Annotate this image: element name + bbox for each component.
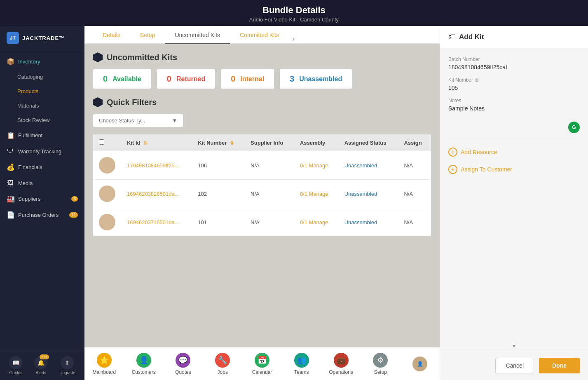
quick-filters-title-section: Quick Filters (93, 97, 431, 107)
table-row: 16946203826501da... 102 N/A 0/1 Manage U… (93, 180, 431, 208)
row3-kit-id: 16946203716501da... (121, 208, 192, 237)
tab-committed-kits[interactable]: Committed Kits (230, 26, 289, 44)
nav-jobs[interactable]: 🔧 Jobs (203, 353, 242, 375)
row1-supplier-info: N/A (245, 151, 294, 180)
notes-value: Sample Notes (448, 105, 580, 112)
row1-assembly: 0/1 Manage (294, 151, 339, 180)
nav-calendar-label: Calendar (252, 369, 272, 375)
nav-quotes[interactable]: 💬 Quotes (164, 353, 203, 375)
nav-setup[interactable]: ⚙ Setup (361, 353, 400, 375)
row3-checkbox-cell (93, 208, 121, 237)
select-all-checkbox[interactable] (99, 139, 104, 145)
row1-assembly-link[interactable]: 0/1 Manage (300, 162, 328, 169)
nav-mainboard[interactable]: ⭐ Mainboard (84, 353, 124, 375)
add-resource-link[interactable]: + Add Resource (448, 143, 580, 161)
kit-number-sort-icon[interactable]: ⇅ (230, 141, 234, 145)
status-available: 0 Available (93, 69, 152, 89)
table-header-assembly: Assembly (294, 134, 339, 151)
sidebar-item-media[interactable]: 🖼 Media (0, 175, 84, 191)
status-internal: 0 Internal (220, 69, 274, 89)
right-panel: 🏷 Add Kit Batch Number 1804981084659ff25… (440, 26, 588, 380)
row1-status-badge: Unassembled (344, 162, 377, 169)
row1-assign: N/A (398, 151, 431, 180)
content-area: Details Setup Uncommitted Kits Committed… (84, 26, 440, 380)
kit-number-id-label: Kit Number Id (448, 77, 580, 83)
setup-icon: ⚙ (373, 353, 388, 368)
inventory-icon: 📦 (7, 58, 14, 66)
quotes-icon: 💬 (176, 353, 190, 368)
notes-label: Notes (448, 98, 580, 103)
tab-details[interactable]: Details (93, 26, 130, 44)
tab-setup[interactable]: Setup (130, 26, 165, 44)
batch-number-label: Batch Number (448, 56, 580, 62)
sidebar-item-cataloging[interactable]: Cataloging (0, 70, 84, 84)
batch-number-field: Batch Number 1804981084659ff25caf (448, 56, 580, 70)
panel-content: Uncommitted Kits 0 Available 0 Returned … (84, 44, 440, 347)
right-panel-header: 🏷 Add Kit (440, 26, 588, 48)
scroll-down-arrow: ▼ (440, 342, 588, 351)
kit-id-sort-icon[interactable]: ⇅ (143, 141, 147, 145)
tabs-bar: Details Setup Uncommitted Kits Committed… (84, 26, 440, 44)
row1-avatar (99, 157, 115, 174)
sidebar-item-materials[interactable]: Materials (0, 99, 84, 113)
grammarly-button: G (448, 118, 580, 136)
media-icon: 🖼 (7, 179, 14, 187)
done-button[interactable]: Done (539, 358, 580, 373)
row2-supplier-info: N/A (245, 180, 294, 208)
sidebar-item-products[interactable]: Products (0, 84, 84, 99)
dropdown-arrow-icon: ▼ (172, 117, 177, 124)
sidebar-item-warranty-tracking[interactable]: 🛡 Warranty Tracking (0, 143, 84, 159)
status-unassembled: 3 Unassembled (279, 69, 352, 89)
status-returned-label: Returned (176, 75, 205, 83)
sidebar-label-cataloging: Cataloging (17, 74, 43, 80)
tab-uncommitted-kits[interactable]: Uncommitted Kits (165, 26, 230, 44)
sidebar-item-financials[interactable]: 💰 Financials (0, 159, 84, 175)
row2-assembly: 0/1 Manage (294, 180, 339, 208)
row2-assembly-link[interactable]: 0/1 Manage (300, 191, 328, 197)
sidebar-bottom: 📖 Guides 🔔 271 Alerts ⬆ Upgrade (0, 351, 84, 380)
sidebar-item-stock-review[interactable]: Stock Review (0, 113, 84, 127)
add-resource-plus-icon: + (448, 148, 457, 157)
hex-icon-2 (93, 97, 103, 107)
user-avatar: 👤 (412, 357, 427, 371)
row1-kit-id-link[interactable]: 1704981084659ff25... (127, 162, 179, 169)
cancel-button[interactable]: Cancel (495, 358, 534, 373)
suppliers-badge: 6 (71, 196, 78, 202)
row2-status-badge: Unassembled (344, 191, 377, 197)
row1-kit-id: 1704981084659ff25... (121, 151, 192, 180)
hex-icon (93, 52, 103, 62)
tab-scroll-arrow[interactable]: › (289, 35, 298, 43)
row2-assign: N/A (398, 180, 431, 208)
sidebar-upgrade[interactable]: ⬆ Upgrade (59, 356, 75, 375)
sidebar-item-suppliers[interactable]: 🏭 Suppliers 6 (0, 191, 84, 207)
row1-assigned-status: Unassembled (339, 151, 398, 180)
status-internal-count: 0 (231, 74, 235, 84)
row2-kit-id-link[interactable]: 16946203826501da... (127, 191, 179, 197)
quick-filters-section: Quick Filters Choose Status Ty... ▼ (93, 97, 431, 127)
sidebar-item-purchase-orders[interactable]: 📄 Purchase Orders 11 (0, 207, 84, 223)
divider (448, 140, 580, 140)
row1-kit-number: 106 (192, 151, 245, 180)
row3-supplier-info: N/A (245, 208, 294, 237)
row3-assembly-link[interactable]: 0/1 Manage (300, 219, 328, 225)
nav-customers[interactable]: 👤 Customers (124, 353, 164, 375)
row3-avatar (99, 214, 115, 230)
status-unassembled-label: Unassembled (299, 75, 342, 83)
nav-user-avatar[interactable]: 👤 (400, 357, 440, 371)
sidebar-item-inventory[interactable]: 📦 Inventory (0, 54, 84, 70)
status-filter-dropdown[interactable]: Choose Status Ty... ▼ (93, 114, 183, 127)
grammarly-icon[interactable]: G (568, 122, 580, 133)
status-internal-label: Internal (240, 75, 264, 83)
nav-teams[interactable]: 👥 Teams (282, 353, 321, 375)
nav-calendar[interactable]: 📅 Calendar (242, 353, 282, 375)
sidebar-label-stock-review: Stock Review (17, 117, 50, 123)
assign-customer-link[interactable]: + Assign To Customer (448, 161, 580, 178)
row3-kit-id-link[interactable]: 16946203716501da... (127, 219, 179, 225)
financials-icon: 💰 (7, 163, 14, 171)
nav-operations[interactable]: 💼 Operations (321, 353, 361, 375)
sidebar-item-fulfillment[interactable]: 📋 Fulfillment (0, 127, 84, 143)
customers-icon: 👤 (136, 353, 151, 368)
sidebar-alerts[interactable]: 🔔 271 Alerts (34, 356, 47, 375)
sidebar-guides[interactable]: 📖 Guides (9, 356, 22, 375)
sidebar-label-suppliers: Suppliers (18, 196, 40, 202)
